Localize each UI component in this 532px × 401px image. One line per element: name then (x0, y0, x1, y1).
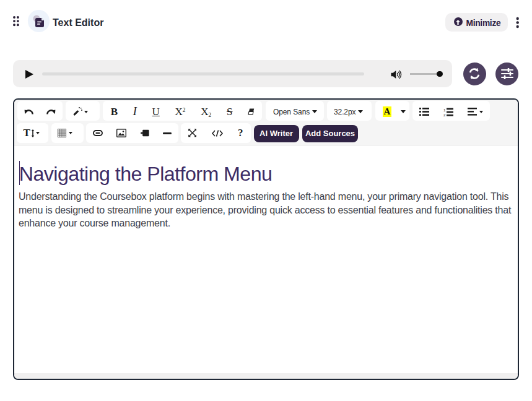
svg-text:2: 2 (443, 113, 446, 116)
svg-text:1: 1 (443, 108, 446, 111)
